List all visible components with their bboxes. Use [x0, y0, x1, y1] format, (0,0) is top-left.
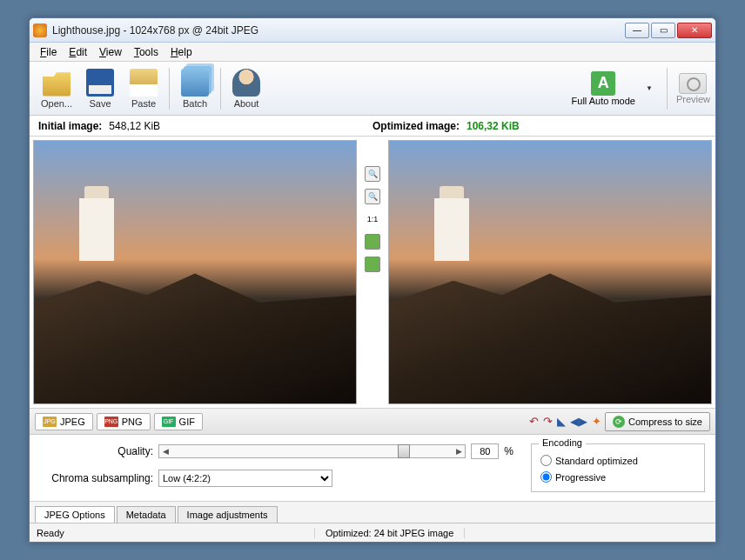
chroma-select[interactable]: Low (4:2:2)	[158, 470, 332, 487]
fit-window-icon[interactable]	[365, 234, 380, 250]
compress-to-size-button[interactable]: ⟳ Compress to size	[605, 412, 710, 431]
slider-right-arrow[interactable]: ▶	[453, 445, 465, 457]
jpeg-badge-icon: JPG	[43, 417, 57, 427]
bottom-tabs: JPEG Options Metadata Image adjustments	[30, 502, 715, 523]
quality-slider[interactable]: ◀ ▶	[158, 444, 466, 458]
toolbar: Open... Save Paste Batch About A Full Au…	[30, 62, 715, 116]
initial-size: 548,12 KiB	[109, 120, 160, 132]
rotate-left-icon[interactable]: ↶	[529, 415, 539, 428]
open-button[interactable]: Open...	[35, 64, 78, 113]
menubar: File Edit View Tools Help	[30, 43, 715, 62]
separator	[220, 68, 221, 110]
preview-icon	[679, 73, 707, 94]
batch-icon	[181, 69, 209, 97]
standard-optimized-radio[interactable]: Standard optimized	[540, 455, 695, 466]
separator	[667, 68, 668, 110]
status-ready: Ready	[37, 528, 315, 538]
menu-view[interactable]: View	[94, 44, 127, 60]
tab-jpeg-options[interactable]: JPEG Options	[35, 506, 115, 523]
menu-edit[interactable]: Edit	[64, 44, 92, 60]
window-title: Lighthouse.jpg - 1024x768 px @ 24bit JPE…	[52, 24, 625, 37]
tab-metadata[interactable]: Metadata	[117, 506, 176, 523]
quality-value-input[interactable]	[471, 443, 499, 459]
initial-image-panel[interactable]	[33, 140, 357, 404]
open-icon	[43, 69, 70, 97]
options-panel: Quality: ◀ ▶ % Chroma subsampling: Low (…	[30, 435, 715, 502]
full-auto-mode-button[interactable]: A Full Auto mode	[572, 71, 635, 106]
save-button[interactable]: Save	[78, 64, 122, 113]
image-content	[434, 198, 469, 261]
separator	[169, 68, 170, 110]
size-info-bar: Initial image: 548,12 KiB Optimized imag…	[30, 116, 715, 137]
encoding-legend: Encoding	[539, 437, 586, 448]
batch-button[interactable]: Batch	[173, 64, 217, 113]
chroma-label: Chroma subsampling:	[40, 472, 153, 484]
tab-jpeg[interactable]: JPG JPEG	[35, 413, 93, 430]
tab-image-adjustments[interactable]: Image adjustments	[178, 506, 278, 523]
flip-vertical-icon[interactable]: ◀▶	[570, 415, 587, 428]
slider-thumb[interactable]	[398, 444, 410, 458]
slider-left-arrow[interactable]: ◀	[159, 445, 171, 457]
optimized-label: Optimized image:	[372, 120, 460, 132]
titlebar[interactable]: Lighthouse.jpg - 1024x768 px @ 24bit JPE…	[30, 18, 715, 43]
close-button[interactable]: ✕	[677, 23, 712, 38]
flip-horizontal-icon[interactable]: ◣	[557, 415, 566, 428]
paste-button[interactable]: Paste	[122, 64, 165, 113]
paste-icon	[130, 69, 158, 97]
center-tools: 🔍 🔍 1:1	[360, 140, 385, 404]
menu-file[interactable]: File	[35, 44, 62, 60]
save-icon	[86, 69, 114, 97]
full-auto-dropdown[interactable]: ▼	[641, 84, 658, 92]
zoom-out-icon[interactable]: 🔍	[365, 189, 380, 204]
rotate-right-icon[interactable]: ↷	[543, 415, 553, 428]
optimized-size: 106,32 KiB	[466, 120, 520, 132]
fit-width-icon[interactable]	[365, 257, 380, 272]
format-tabs-row: JPG JPEG PNG PNG GIF GIF ↶ ↷ ◣ ◀▶ ✦ ⟳ Co…	[30, 409, 715, 435]
optimized-image-panel[interactable]	[388, 140, 712, 404]
gif-badge-icon: GIF	[162, 417, 176, 427]
preview-area: 🔍 🔍 1:1	[30, 137, 715, 409]
tab-gif[interactable]: GIF GIF	[154, 413, 203, 430]
preview-button[interactable]: Preview	[676, 73, 710, 104]
compress-icon: ⟳	[613, 416, 625, 428]
transform-tools: ↶ ↷ ◣ ◀▶ ✦	[529, 415, 601, 428]
image-content	[79, 198, 114, 261]
png-badge-icon: PNG	[104, 417, 118, 427]
app-window: Lighthouse.jpg - 1024x768 px @ 24bit JPE…	[29, 17, 716, 543]
status-optimized: Optimized: 24 bit JPEG image	[326, 528, 465, 538]
zoom-in-icon[interactable]: 🔍	[365, 166, 380, 182]
about-icon	[232, 69, 260, 97]
menu-tools[interactable]: Tools	[129, 44, 164, 60]
actual-size-button[interactable]: 1:1	[365, 211, 380, 227]
crop-icon[interactable]: ✦	[592, 415, 601, 428]
progressive-radio[interactable]: Progressive	[540, 471, 695, 483]
app-icon	[33, 23, 47, 37]
percent-label: %	[504, 445, 513, 457]
tab-png[interactable]: PNG PNG	[97, 413, 151, 430]
maximize-button[interactable]: ▭	[651, 23, 675, 38]
auto-icon: A	[591, 71, 615, 96]
quality-label: Quality:	[40, 445, 153, 457]
about-button[interactable]: About	[225, 64, 268, 113]
statusbar: Ready Optimized: 24 bit JPEG image	[30, 523, 715, 542]
initial-label: Initial image:	[38, 120, 102, 132]
minimize-button[interactable]: —	[625, 23, 649, 38]
encoding-group: Encoding Standard optimized Progressive	[531, 443, 705, 492]
menu-help[interactable]: Help	[165, 44, 198, 60]
